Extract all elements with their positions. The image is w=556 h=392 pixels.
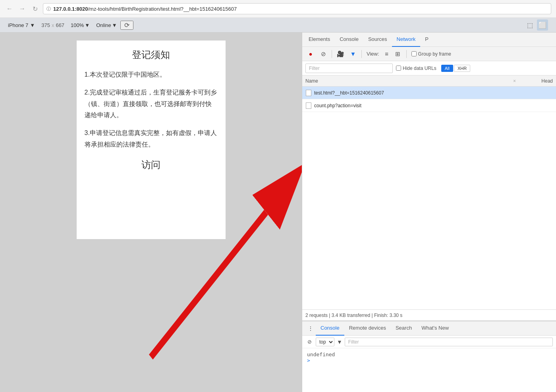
network-table: Name × Head test.html?__hbt=151624061560… xyxy=(302,75,556,309)
filter-type-buttons: All XHR xyxy=(441,65,470,72)
tab-search[interactable]: Search xyxy=(391,321,417,336)
console-line-undefined: undefined xyxy=(307,351,551,357)
console-context-select[interactable]: top xyxy=(316,338,334,346)
filter-input[interactable] xyxy=(305,64,393,73)
hide-data-urls-text: Hide data URLs xyxy=(403,66,436,71)
tab-console-bottom[interactable]: Console xyxy=(316,321,344,336)
group-by-frame-checkbox[interactable] xyxy=(411,51,417,56)
tab-whats-new[interactable]: What's New xyxy=(417,321,454,336)
device-selector[interactable]: iPhone 7 ▼ xyxy=(5,22,38,28)
dropdown-chevron-icon: ▼ xyxy=(337,339,342,345)
group-by-frame-text: Group by frame xyxy=(418,51,451,57)
devtools-toolbar: ● ⊘ 🎥 ▼ View: ≡ ⊞ Group by frame xyxy=(302,47,556,61)
php-file-icon xyxy=(306,102,311,109)
address-text: 127.0.0.1:8020/mz-tools/html/BirthRegist… xyxy=(53,6,237,12)
hide-data-urls-checkbox[interactable] xyxy=(396,66,401,71)
tab-network[interactable]: Network xyxy=(392,33,421,47)
name-col-label: Name xyxy=(305,78,318,84)
page-area: 登记须知 1.本次登记仅限于中国地区。 2.完成登记审核通过后，生育登记服务卡可… xyxy=(0,33,302,247)
console-prompt[interactable]: > xyxy=(307,357,551,363)
network-row-name: count.php?action=visit xyxy=(314,103,553,108)
forward-button[interactable]: → xyxy=(17,4,27,14)
address-host: 127.0.0.1:8020 xyxy=(53,6,88,12)
console-no-button[interactable]: ⊘ xyxy=(305,338,313,346)
inspect-toggle-button[interactable]: ⬚ xyxy=(524,19,535,31)
notice-item-1: 1.本次登记仅限于中国地区。 xyxy=(85,69,218,81)
address-bar[interactable]: ⓘ 127.0.0.1:8020/mz-tools/html/BirthRegi… xyxy=(43,3,551,14)
console-output: undefined > xyxy=(302,348,556,392)
list-view-button[interactable]: ≡ xyxy=(382,49,392,59)
camera-button[interactable]: 🎥 xyxy=(335,49,346,59)
notice-content: 1.本次登记仅限于中国地区。 2.完成登记审核通过后，生育登记服务卡可到乡（镇、… xyxy=(85,69,218,151)
tab-sources[interactable]: Sources xyxy=(363,33,392,47)
console-filter-input[interactable] xyxy=(345,338,553,346)
network-selector[interactable]: Online ▼ xyxy=(93,22,120,28)
network-table-header: Name × Head xyxy=(302,75,556,87)
tab-remote-devices[interactable]: Remote devices xyxy=(344,321,391,336)
file-icon-php xyxy=(305,102,312,109)
device-mode-button[interactable]: ⬜ xyxy=(537,19,548,31)
devtools-icons: ⬚ ⬜ xyxy=(521,19,551,31)
visit-link[interactable]: 访问 xyxy=(85,158,218,171)
browser-chrome: ← → ↻ ⓘ 127.0.0.1:8020/mz-tools/html/Bir… xyxy=(0,0,556,33)
zoom-dropdown-icon: ▼ xyxy=(85,22,90,28)
console-section: ⋮ Console Remote devices Search What's N… xyxy=(302,321,556,392)
tab-more[interactable]: P xyxy=(420,33,433,47)
phone-content: 登记须知 1.本次登记仅限于中国地区。 2.完成登记审核通过后，生育登记服务卡可… xyxy=(77,41,226,239)
record-button[interactable]: ● xyxy=(305,49,316,59)
tree-view-button[interactable]: ⊞ xyxy=(393,49,403,59)
network-row-name: test.html?__hbt=1516240615607 xyxy=(314,90,553,96)
toolbar-separator-3 xyxy=(406,50,407,58)
network-row[interactable]: count.php?action=visit xyxy=(302,99,556,112)
toolbar-separator-1 xyxy=(332,50,332,58)
back-button[interactable]: ← xyxy=(5,4,14,14)
browser-toolbar: ← → ↻ ⓘ 127.0.0.1:8020/mz-tools/html/Bir… xyxy=(0,0,556,18)
network-value: Online xyxy=(96,22,111,28)
device-label: iPhone 7 xyxy=(8,22,28,28)
network-dropdown-icon: ▼ xyxy=(112,22,117,28)
network-row[interactable]: test.html?__hbt=1516240615607 xyxy=(302,87,556,99)
notice-title: 登记须知 xyxy=(85,48,218,61)
toolbar-separator-2 xyxy=(361,50,362,58)
size-x-separator: x xyxy=(52,22,54,28)
filter-button[interactable]: ▼ xyxy=(348,49,358,59)
tabs-row: iPhone 7 ▼ 375 x 667 100% ▼ Online ▼ ⟳ ⬚… xyxy=(0,18,556,32)
status-text: 2 requests | 3.4 KB transferred | Finish… xyxy=(305,313,402,318)
lock-icon: ⓘ xyxy=(46,6,51,12)
view-label: View: xyxy=(367,51,379,57)
devtools-tab-bar: Elements Console Sources Network P xyxy=(302,33,556,47)
html-file-icon xyxy=(306,90,311,96)
device-dropdown-icon: ▼ xyxy=(30,22,35,28)
main-area: 登记须知 1.本次登记仅限于中国地区。 2.完成登记审核通过后，生育登记服务卡可… xyxy=(0,33,556,392)
console-tab-bar: ⋮ Console Remote devices Search What's N… xyxy=(302,321,556,336)
page-area-wrapper: 登记须知 1.本次登记仅限于中国地区。 2.完成登记审核通过后，生育登记服务卡可… xyxy=(0,33,302,392)
notice-item-2: 2.完成登记审核通过后，生育登记服务卡可到乡（镇、街道）直接领取，也可选择邮寄到… xyxy=(85,87,218,121)
width-value: 375 xyxy=(41,22,50,28)
filter-type-xhr[interactable]: XHR xyxy=(454,65,470,72)
size-display: 375 x 667 xyxy=(38,22,68,28)
clear-button[interactable]: ⊘ xyxy=(318,49,328,59)
notice-item-3: 3.申请登记信息需真实完整，如有虚假，申请人将承担相应的法律责任。 xyxy=(85,127,218,151)
view-buttons: ≡ ⊞ xyxy=(382,49,403,59)
tab-console[interactable]: Console xyxy=(335,33,363,47)
close-col-button[interactable]: × xyxy=(513,78,521,84)
hide-data-urls-label[interactable]: Hide data URLs xyxy=(396,66,436,71)
devtools-panel: Elements Console Sources Network P ● ⊘ 🎥… xyxy=(302,33,556,392)
console-menu-button[interactable]: ⋮ xyxy=(305,323,316,334)
file-icon-html xyxy=(305,90,312,96)
address-path: /mz-tools/html/BirthRegistration/test.ht… xyxy=(88,6,237,12)
filter-type-all[interactable]: All xyxy=(441,65,453,72)
network-status-bar: 2 requests | 3.4 KB transferred | Finish… xyxy=(302,309,556,321)
headers-col-label: Head xyxy=(521,78,553,84)
col-name-header: Name xyxy=(305,78,513,84)
tab-elements[interactable]: Elements xyxy=(304,33,335,47)
zoom-selector[interactable]: 100% ▼ xyxy=(68,22,93,28)
refresh-button[interactable]: ↻ xyxy=(30,4,40,14)
filter-bar: Hide data URLs All XHR xyxy=(302,61,556,75)
zoom-value: 100% xyxy=(71,22,84,28)
group-by-frame-label[interactable]: Group by frame xyxy=(411,51,451,57)
height-value: 667 xyxy=(56,22,64,28)
console-input-row: ⊘ top ▼ xyxy=(302,336,556,348)
rotate-button[interactable]: ⟳ xyxy=(120,21,133,30)
